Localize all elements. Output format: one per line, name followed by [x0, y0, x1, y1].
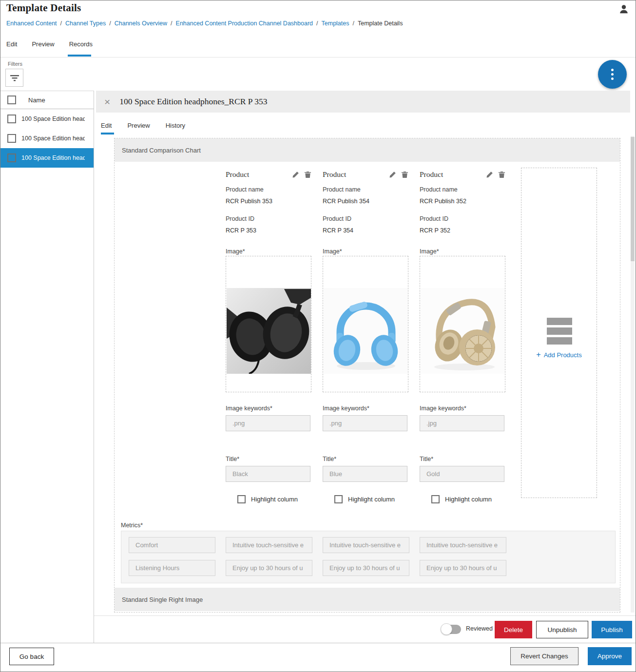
select-all-checkbox[interactable]: [7, 96, 16, 104]
filter-button[interactable]: [5, 69, 23, 87]
detail-scrollbar[interactable]: [631, 136, 635, 613]
breadcrumb-current: Template Details: [358, 20, 403, 27]
metric-field[interactable]: Enjoy up to 30 hours of u: [323, 560, 409, 576]
reviewed-toggle[interactable]: [442, 625, 461, 634]
product-name-value: RCR Publish 352: [420, 198, 466, 205]
stacked-rows-icon: [547, 318, 572, 347]
product-id-label: Product ID: [323, 215, 351, 222]
metric-field[interactable]: Intuitive touch-sensitive e: [323, 537, 409, 553]
highlight-label: Highlight column: [251, 496, 298, 503]
metrics-label: Metrics*: [121, 522, 143, 529]
metrics-panel: Comfort Intuitive touch-sensitive e Intu…: [121, 531, 616, 583]
tab-preview[interactable]: Preview: [32, 40, 54, 48]
breadcrumb-link[interactable]: Channel Types: [65, 20, 106, 27]
product-name-label: Product name: [323, 186, 361, 193]
highlight-checkbox[interactable]: [334, 495, 343, 503]
list-item[interactable]: 100 Space Edition head: [0, 109, 94, 129]
detail-tab-history[interactable]: History: [166, 122, 185, 129]
scrollbar-thumb[interactable]: [631, 137, 635, 261]
image-keywords-field[interactable]: .png: [323, 415, 407, 431]
revert-changes-button[interactable]: Revert Changes: [510, 647, 578, 665]
breadcrumb-link[interactable]: Templates: [322, 20, 349, 27]
tab-records[interactable]: Records: [69, 40, 93, 48]
active-tab-indicator: [68, 55, 91, 57]
tab-edit[interactable]: Edit: [6, 40, 17, 48]
breadcrumb-link[interactable]: Channels Overview: [115, 20, 167, 27]
records-list-panel: Name 100 Space Edition head 100 Space Ed…: [0, 91, 94, 643]
product-name-label: Product name: [226, 186, 264, 193]
trash-icon[interactable]: [401, 171, 408, 178]
main-tab-bar: Edit Preview Records: [6, 40, 93, 48]
detail-tab-edit[interactable]: Edit: [101, 122, 112, 129]
filters-label: Filters: [8, 61, 22, 67]
image-dropzone[interactable]: [226, 256, 311, 392]
product-heading: Product: [323, 170, 346, 179]
toggle-knob: [441, 623, 452, 635]
title-label: Title*: [226, 456, 239, 462]
product-photo-black-headphones: [227, 288, 311, 374]
section-title: Standard Comparison Chart: [122, 147, 201, 154]
breadcrumb: Enhanced Content/Channel Types/Channels …: [6, 20, 403, 27]
breadcrumb-separator: /: [171, 20, 172, 27]
delete-button[interactable]: Delete: [495, 621, 532, 638]
unpublish-button[interactable]: Unpublish: [536, 621, 588, 638]
metric-field[interactable]: Listening Hours: [129, 560, 215, 576]
section-title: Standard Single Right Image: [122, 596, 203, 603]
title-field[interactable]: Black: [226, 466, 310, 482]
detail-active-tab-indicator: [101, 133, 114, 134]
title-label: Title*: [323, 456, 336, 462]
edit-icon[interactable]: [292, 171, 299, 178]
close-icon[interactable]: ×: [104, 96, 110, 107]
row-name: 100 Space Edition head: [21, 154, 85, 161]
product-name-label: Product name: [420, 186, 458, 193]
filter-icon: [10, 75, 19, 81]
highlight-column-option[interactable]: Highlight column: [232, 495, 298, 503]
go-back-button[interactable]: Go back: [9, 648, 54, 665]
actions-fab[interactable]: [598, 60, 627, 89]
user-icon[interactable]: [618, 4, 629, 15]
add-products-button[interactable]: +Add Products: [521, 350, 597, 359]
edit-icon[interactable]: [389, 171, 396, 178]
highlight-checkbox[interactable]: [431, 495, 440, 503]
breadcrumb-link[interactable]: Enhanced Content Production Channel Dash…: [176, 20, 313, 27]
image-keywords-field[interactable]: .jpg: [420, 415, 504, 431]
title-label: Title*: [420, 456, 433, 462]
metric-field[interactable]: Comfort: [129, 537, 215, 553]
highlight-column-option[interactable]: Highlight column: [329, 495, 395, 503]
add-products-dropzone[interactable]: +Add Products: [521, 168, 597, 498]
publish-button[interactable]: Publish: [592, 621, 632, 638]
list-item-selected[interactable]: 100 Space Edition head: [0, 148, 94, 168]
highlight-checkbox[interactable]: [237, 495, 246, 503]
product-id-label: Product ID: [420, 215, 448, 222]
image-dropzone[interactable]: [323, 256, 408, 392]
product-name-value: RCR Publish 354: [323, 198, 369, 205]
product-column-1: Product Product name RCR Publish 353 Pro…: [226, 170, 311, 511]
edit-icon[interactable]: [486, 171, 493, 178]
approve-button[interactable]: Approve: [588, 647, 632, 665]
product-column-2: Product Product name RCR Publish 354 Pro…: [323, 170, 408, 511]
metric-field[interactable]: Enjoy up to 30 hours of u: [420, 560, 506, 576]
row-checkbox[interactable]: [7, 115, 16, 123]
plus-icon: +: [536, 350, 540, 359]
section-standard-comparison-chart[interactable]: Standard Comparison Chart: [115, 138, 620, 162]
metric-field[interactable]: Enjoy up to 30 hours of u: [226, 560, 312, 576]
highlight-label: Highlight column: [445, 496, 492, 503]
trash-icon[interactable]: [304, 171, 311, 178]
product-heading: Product: [420, 170, 443, 179]
trash-icon[interactable]: [498, 171, 505, 178]
product-id-label: Product ID: [226, 215, 254, 222]
image-keywords-field[interactable]: .png: [226, 415, 310, 431]
section-standard-single-right-image[interactable]: Standard Single Right Image: [115, 588, 620, 611]
list-item[interactable]: 100 Space Edition head: [0, 129, 94, 148]
detail-tab-preview[interactable]: Preview: [127, 122, 150, 129]
row-checkbox[interactable]: [7, 154, 16, 162]
row-checkbox[interactable]: [7, 134, 16, 143]
image-dropzone[interactable]: [420, 256, 505, 392]
image-keywords-label: Image keywords*: [420, 405, 466, 412]
highlight-column-option[interactable]: Highlight column: [426, 495, 492, 503]
metric-field[interactable]: Intuitive touch-sensitive e: [226, 537, 312, 553]
title-field[interactable]: Gold: [420, 466, 504, 482]
title-field[interactable]: Blue: [323, 466, 407, 482]
breadcrumb-link[interactable]: Enhanced Content: [6, 20, 57, 27]
metric-field[interactable]: Intuitive touch-sensitive e: [420, 537, 506, 553]
